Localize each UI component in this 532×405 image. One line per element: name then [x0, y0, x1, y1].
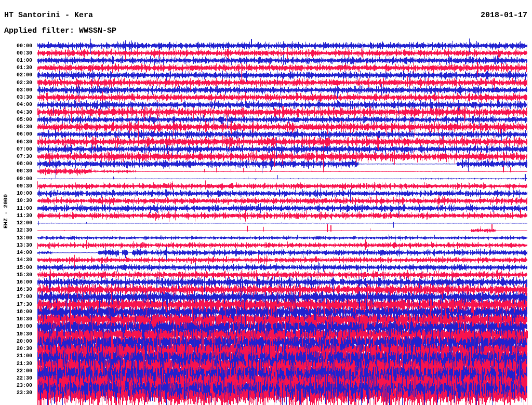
time-label: 18:30 [0, 316, 32, 322]
time-label: 08:00 [0, 161, 32, 167]
time-label: 04:30 [0, 110, 32, 115]
time-label: 20:30 [0, 346, 32, 352]
time-label: 08:30 [0, 168, 32, 174]
time-label: 07:30 [0, 154, 32, 159]
time-label: 14:30 [0, 257, 32, 263]
time-label: 07:00 [0, 146, 32, 152]
time-label: 21:30 [0, 361, 32, 367]
time-label: 14:00 [0, 250, 32, 255]
time-label: 20:00 [0, 339, 32, 344]
time-label: 15:00 [0, 265, 32, 271]
time-label: 10:00 [0, 191, 32, 196]
time-label: 17:00 [0, 294, 32, 300]
time-label: 23:00 [0, 383, 32, 388]
time-label: 02:00 [0, 72, 32, 78]
time-label: 19:00 [0, 323, 32, 329]
time-label: 03:00 [0, 87, 32, 93]
time-label: 02:30 [0, 80, 32, 86]
time-label: 06:30 [0, 139, 32, 145]
time-label: 12:30 [0, 227, 32, 233]
time-label: 01:30 [0, 65, 32, 71]
time-label: 11:30 [0, 213, 32, 219]
date-label: 2018-01-17 [481, 11, 527, 20]
time-label: 09:00 [0, 176, 32, 182]
time-label: 05:30 [0, 124, 32, 130]
time-label: 04:00 [0, 102, 32, 107]
time-label: 18:00 [0, 309, 32, 315]
helicorder-canvas [0, 0, 532, 405]
time-label: 21:00 [0, 353, 32, 359]
time-label: 01:00 [0, 58, 32, 63]
time-axis: 00:0000:3001:0001:3002:0002:3003:0003:30… [0, 0, 33, 405]
time-label: 06:00 [0, 131, 32, 137]
time-label: 19:30 [0, 331, 32, 337]
time-label: 00:00 [0, 43, 32, 49]
time-label: 13:30 [0, 242, 32, 248]
time-label: 09:30 [0, 183, 32, 189]
time-label: 17:30 [0, 302, 32, 307]
time-label: 22:30 [0, 375, 32, 381]
time-label: 15:30 [0, 272, 32, 278]
time-label: 05:00 [0, 117, 32, 123]
time-label: 13:00 [0, 235, 32, 241]
time-label: 12:00 [0, 220, 32, 226]
time-label: 10:30 [0, 198, 32, 204]
time-label: 23:30 [0, 390, 32, 396]
time-label: 11:00 [0, 206, 32, 211]
time-label: 16:00 [0, 279, 32, 285]
time-label: 00:30 [0, 50, 32, 56]
time-label: 03:30 [0, 95, 32, 100]
time-label: 16:30 [0, 287, 32, 292]
helicorder-page: HT Santorini - Kera 2018-01-17 Applied f… [0, 0, 532, 405]
time-label: 22:00 [0, 368, 32, 374]
